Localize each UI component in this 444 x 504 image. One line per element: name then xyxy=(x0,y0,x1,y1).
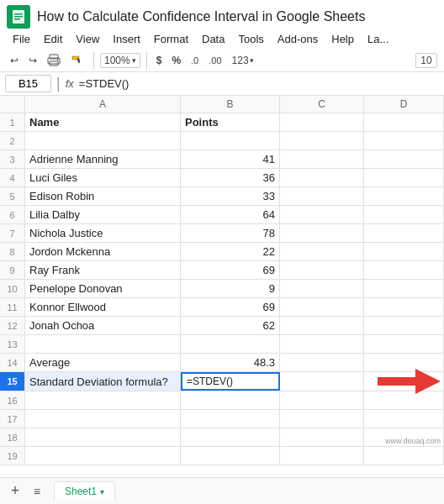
table-row: 1 Name Points xyxy=(0,113,444,132)
sheet-tab-sheet1[interactable]: Sheet1 ▾ xyxy=(54,481,115,501)
cell-a10[interactable]: Penelope Donovan xyxy=(25,280,181,297)
cell-d10 xyxy=(364,280,444,297)
cell-a17[interactable] xyxy=(25,410,181,428)
menu-addons[interactable]: Add-ons xyxy=(272,30,324,48)
cell-a2[interactable] xyxy=(25,132,181,150)
cell-b5[interactable]: 33 xyxy=(181,187,280,205)
menu-tools[interactable]: Tools xyxy=(232,30,269,48)
cell-c15 xyxy=(280,372,364,391)
row-number-3: 3 xyxy=(0,150,25,168)
cell-a7[interactable]: Nichola Justice xyxy=(25,224,181,242)
row-number-2: 2 xyxy=(0,132,25,150)
cell-b7[interactable]: 78 xyxy=(181,224,280,242)
cell-b9[interactable]: 69 xyxy=(181,261,280,279)
decimal-0-button[interactable]: .0 xyxy=(188,54,202,67)
cell-b2[interactable] xyxy=(181,132,280,150)
row-num-header xyxy=(0,96,25,113)
cell-a1[interactable]: Name xyxy=(25,113,181,131)
table-row: 19 xyxy=(0,447,444,465)
cell-a9[interactable]: Ray Frank xyxy=(25,261,181,279)
cell-a14[interactable]: Average xyxy=(25,354,181,371)
watermark: www.deuaq.com xyxy=(382,435,444,447)
cell-a13[interactable] xyxy=(25,335,181,353)
font-size-selector[interactable]: 10 xyxy=(415,53,437,68)
row-number-7: 7 xyxy=(0,224,25,242)
cell-c8 xyxy=(280,243,364,260)
sheet-tab-label: Sheet1 xyxy=(65,486,97,497)
toolbar-separator-1 xyxy=(93,52,94,69)
menu-help[interactable]: Help xyxy=(325,30,360,48)
sheet-list-button[interactable]: ≡ xyxy=(27,481,47,501)
menu-edit[interactable]: Edit xyxy=(38,30,68,48)
cell-a12[interactable]: Jonah Ochoa xyxy=(25,317,181,334)
cell-d6 xyxy=(364,206,444,223)
cell-a11[interactable]: Konnor Ellwood xyxy=(25,298,181,316)
cell-b13[interactable] xyxy=(181,335,280,353)
cell-b15[interactable]: =STDEV() xyxy=(181,372,280,391)
formula-input[interactable]: =STDEV() xyxy=(79,77,439,90)
zoom-arrow-icon: ▾ xyxy=(132,56,136,65)
menu-format[interactable]: Format xyxy=(148,30,194,48)
percent-button[interactable]: % xyxy=(168,53,184,68)
bottom-bar: + ≡ Sheet1 ▾ xyxy=(0,477,444,504)
cell-b17[interactable] xyxy=(181,410,280,428)
cell-d7 xyxy=(364,224,444,242)
row-number-17: 17 xyxy=(0,410,25,428)
row-number-5: 5 xyxy=(0,187,25,205)
zoom-selector[interactable]: 100% ▾ xyxy=(100,53,140,68)
currency-button[interactable]: $ xyxy=(153,53,166,68)
cell-c11 xyxy=(280,298,364,316)
cell-b1[interactable]: Points xyxy=(181,113,280,131)
cell-b18[interactable] xyxy=(181,428,280,446)
cell-d1 xyxy=(364,113,444,131)
cell-b4[interactable]: 36 xyxy=(181,169,280,186)
cell-c10 xyxy=(280,280,364,297)
add-sheet-button[interactable]: + xyxy=(5,481,25,501)
cell-a16[interactable] xyxy=(25,391,181,409)
cell-b8[interactable]: 22 xyxy=(181,243,280,260)
menu-insert[interactable]: Insert xyxy=(107,30,146,48)
cell-a18[interactable] xyxy=(25,428,181,446)
red-arrow-icon xyxy=(378,369,441,394)
cell-a5[interactable]: Edison Robin xyxy=(25,187,181,205)
cell-c16 xyxy=(280,391,364,409)
cell-b10[interactable]: 9 xyxy=(181,280,280,297)
format-paint-button[interactable] xyxy=(67,52,87,69)
cell-b11[interactable]: 69 xyxy=(181,298,280,316)
fx-label: fx xyxy=(66,77,74,90)
cell-b14[interactable]: 48.3 xyxy=(181,354,280,371)
menu-file[interactable]: File xyxy=(7,30,36,48)
cell-reference-box[interactable]: B15 xyxy=(5,75,51,92)
decimal-00-button[interactable]: .00 xyxy=(205,54,225,67)
cell-a3[interactable]: Adrienne Manning xyxy=(25,150,181,168)
print-button[interactable] xyxy=(44,52,64,69)
cell-c3 xyxy=(280,150,364,168)
cell-b16[interactable] xyxy=(181,391,280,409)
cell-b3[interactable]: 41 xyxy=(181,150,280,168)
cell-a15[interactable]: Standard Deviation formula? xyxy=(25,372,181,391)
row-number-6: 6 xyxy=(0,206,25,223)
cell-d8 xyxy=(364,243,444,260)
more-formats-button[interactable]: 123 ▾ xyxy=(229,53,257,68)
cell-d17 xyxy=(364,410,444,428)
sheets-logo xyxy=(7,5,30,29)
cell-a8[interactable]: Jordon Mckenna xyxy=(25,243,181,260)
cell-b12[interactable]: 62 xyxy=(181,317,280,334)
cell-b6[interactable]: 64 xyxy=(181,206,280,223)
menu-view[interactable]: View xyxy=(70,30,105,48)
cell-a4[interactable]: Luci Giles xyxy=(25,169,181,186)
redo-button[interactable]: ↪ xyxy=(25,53,40,68)
svg-rect-2 xyxy=(14,16,23,18)
menu-more[interactable]: La... xyxy=(362,30,394,48)
formula-bar: B15 | fx =STDEV() xyxy=(0,72,444,96)
formula-bar-divider: | xyxy=(56,75,61,92)
menu-data[interactable]: Data xyxy=(196,30,230,48)
undo-button[interactable]: ↩ xyxy=(7,53,22,68)
cell-a6[interactable]: Lilia Dalby xyxy=(25,206,181,223)
cell-b19[interactable] xyxy=(181,447,280,465)
cell-a19[interactable] xyxy=(25,447,181,465)
row-number-8: 8 xyxy=(0,243,25,260)
table-row: 17 xyxy=(0,410,444,428)
table-row: 9 Ray Frank 69 xyxy=(0,261,444,280)
sheet-tab-arrow-icon: ▾ xyxy=(100,487,104,496)
